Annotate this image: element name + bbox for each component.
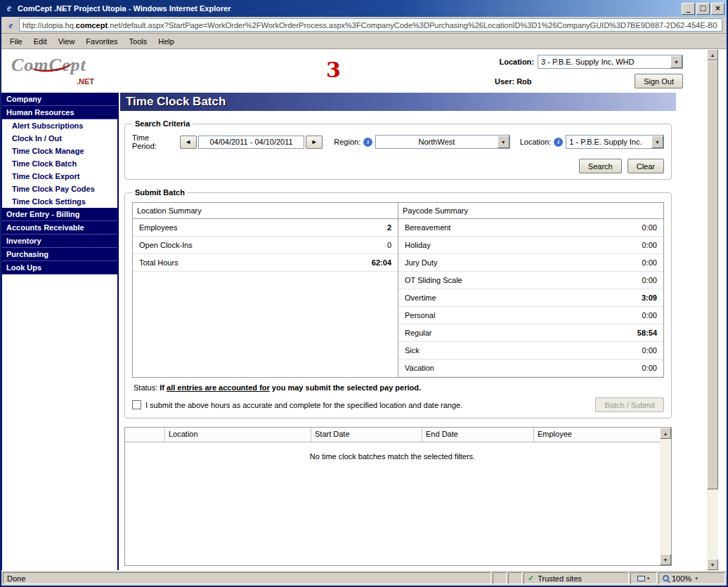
sidebar-item-accounts-receivable[interactable]: Accounts Receivable [2,221,117,235]
chevron-down-icon: ▼ [646,576,651,581]
page-viewport: ComCept .NET 3 Location: 3 - P.B.E. Supp… [1,49,727,570]
row-label: Vacation [405,364,642,372]
certify-checkbox[interactable] [132,400,141,409]
scroll-up-icon[interactable]: ▲ [707,49,718,60]
sidebar-item-order-entry-billing[interactable]: Order Entry - Billing [2,208,117,221]
monitor-icon [637,576,645,581]
summary-row: Employees 2 [133,219,398,237]
row-label: Jury Duty [405,258,642,267]
statusbar-pane [508,572,522,584]
sidebar-item-purchasing[interactable]: Purchasing [2,248,117,261]
sidebar-item-time-clock-export[interactable]: Time Clock Export [2,170,117,183]
search-location-select[interactable]: 1 - P.B.E. Supply Inc. ▼ [566,135,664,149]
search-location-value: 1 - P.B.E. Supply Inc. [566,138,651,146]
certify-row: I submit the above hours as accurate and… [132,397,664,412]
search-button[interactable]: Search [579,159,622,173]
statusbar-mode-pane[interactable]: ▼ [630,572,657,584]
grid-empty-message: No time clock batches match the selected… [125,442,660,565]
menu-edit[interactable]: Edit [28,35,53,48]
statusbar-zoom[interactable]: 100% ▼ [658,572,725,584]
scroll-down-icon[interactable]: ▼ [660,554,671,565]
grid-header-start-date[interactable]: Start Date [311,428,422,442]
zone-label: Trusted sites [538,574,582,583]
grid-scrollbar[interactable]: ▲ ▼ [660,428,671,565]
sidebar-item-inventory[interactable]: Inventory [2,235,117,248]
sidebar-item-time-clock-pay-codes[interactable]: Time Clock Pay Codes [2,183,117,195]
page-scrollbar[interactable]: ▲ ▼ [707,49,718,570]
region-info-icon[interactable]: i [363,138,372,147]
sidebar-item-time-clock-batch[interactable]: Time Clock Batch [2,157,117,170]
title-bar: e ComCept .NET Project Utopia - Windows … [1,0,727,17]
grid-header-employee[interactable]: Employee [534,428,660,442]
scroll-thumb[interactable] [707,60,718,489]
grid-header-row: Location Start Date End Date Employee [125,428,660,442]
row-label: Overtime [405,294,642,302]
summary-table: Location Summary Employees 2 Open Clock-… [132,202,664,378]
sidebar-item-human-resources[interactable]: Human Resources [2,106,117,119]
prev-period-button[interactable]: ◄ [180,136,197,149]
url-domain: comcept [76,21,108,29]
summary-row: Overtime 3:09 [398,289,663,307]
chevron-down-icon[interactable]: ▼ [498,136,509,148]
page-scroll-track[interactable] [707,60,718,559]
url-suffix: .net/default.aspx?StartPage=WorkOrder%2F… [108,21,717,29]
batch-submit-button[interactable]: Batch / Submit [595,397,664,412]
scroll-up-icon[interactable]: ▲ [660,428,671,439]
sidebar-item-time-clock-manage[interactable]: Time Clock Manage [2,145,117,157]
location-info-icon[interactable]: i [554,138,563,147]
window-title: ComCept .NET Project Utopia - Windows In… [18,4,680,13]
paycode-summary-column: Paycode Summary Bereavement 0:00 Holiday… [398,203,663,377]
maximize-button[interactable]: □ [696,3,710,15]
ie-logo-icon: e [4,3,15,14]
clear-button[interactable]: Clear [628,159,664,173]
time-period-input[interactable]: 04/04/2011 - 04/10/2011 [198,136,305,149]
location-summary-column: Location Summary Employees 2 Open Clock-… [133,203,398,377]
address-bar: e http://utopia.hq.comcept.net/default.a… [1,17,727,34]
minimize-button[interactable]: _ [682,3,695,15]
submit-batch-legend: Submit Batch [132,188,188,197]
summary-row: Bereavement 0:00 [398,219,663,237]
menu-help[interactable]: Help [152,35,180,48]
sidebar-item-clock-in-out[interactable]: Clock In / Out [2,132,117,145]
menu-favorites[interactable]: Favorites [80,35,123,48]
grid-scroll-track[interactable] [660,439,671,554]
sidebar-nav: Company Human Resources Alert Subscripti… [1,93,119,570]
sidebar-item-time-clock-settings[interactable]: Time Clock Settings [2,195,117,208]
region-label: Region: [334,138,360,146]
page-content: ComCept .NET 3 Location: 3 - P.B.E. Supp… [1,49,707,570]
region-select[interactable]: NorthWest ▼ [375,135,510,149]
statusbar-security-zone: ✓ Trusted sites [524,572,629,584]
row-value: 0:00 [642,241,657,249]
paycode-summary-header: Paycode Summary [398,203,663,219]
menu-view[interactable]: View [53,35,81,48]
sidebar-item-company[interactable]: Company [2,93,117,106]
row-value: 58:54 [637,329,657,337]
sidebar-item-alert-subscriptions[interactable]: Alert Subscriptions [2,119,117,132]
next-period-button[interactable]: ► [306,136,323,149]
row-value: 0 [387,241,391,249]
close-button[interactable]: × [711,3,724,15]
row-label: Bereavement [405,223,642,232]
row-value: 0:00 [642,346,657,355]
chevron-down-icon[interactable]: ▼ [670,55,682,68]
browser-window: e ComCept .NET Project Utopia - Windows … [0,0,728,587]
header-location-select[interactable]: 3 - P.B.E. Supply Inc, WHD ▼ [538,55,683,69]
grid-header-end-date[interactable]: End Date [422,428,534,442]
chevron-down-icon[interactable]: ▼ [651,136,663,148]
row-label: Employees [139,223,387,232]
menu-tools[interactable]: Tools [124,35,153,48]
scroll-down-icon[interactable]: ▼ [707,559,718,570]
grid-header-location[interactable]: Location [165,428,311,442]
batches-grid: Location Start Date End Date Employee No… [124,427,672,566]
location-summary-header: Location Summary [133,203,398,219]
summary-row: OT Sliding Scale 0:00 [398,272,663,289]
sign-out-button[interactable]: Sign Out [635,74,683,88]
status-label: Status: [134,383,160,392]
header-right-block: Location: 3 - P.B.E. Supply Inc, WHD ▼ U… [495,55,683,88]
logo-net-text: .NET [77,77,94,86]
header-location-label: Location: [500,58,535,66]
url-input[interactable]: http://utopia.hq.comcept.net/default.asp… [19,18,722,32]
sidebar-item-look-ups[interactable]: Look Ups [2,261,117,275]
menu-file[interactable]: File [4,35,28,48]
row-label: Regular [405,329,637,337]
